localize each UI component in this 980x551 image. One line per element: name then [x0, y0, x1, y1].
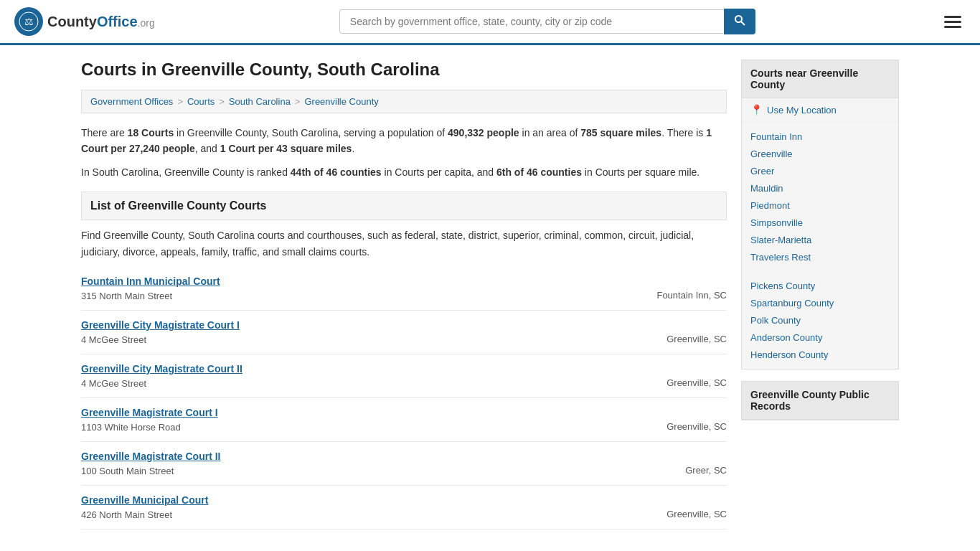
- breadcrumb-link-gov[interactable]: Government Offices: [90, 96, 173, 107]
- court-address: 315 North Main Street: [81, 291, 172, 301]
- sidebar-city-link[interactable]: Simpsonville: [750, 217, 803, 228]
- sidebar-city-link[interactable]: Greer: [750, 166, 774, 176]
- menu-line-3: [944, 26, 961, 28]
- content-area: Courts in Greenville County, South Carol…: [81, 60, 727, 529]
- sidebar-county-item: Spartanburg County: [742, 294, 898, 311]
- court-location: Greenville, SC: [652, 407, 727, 432]
- main-container: Courts in Greenville County, South Carol…: [67, 45, 913, 544]
- breadcrumb-sep-1: >: [177, 96, 183, 107]
- court-item-left: Greenville City Magistrate Court II 4 Mc…: [81, 363, 652, 389]
- sidebar-county-link[interactable]: Anderson County: [750, 332, 822, 343]
- court-location: Greenville, SC: [652, 363, 727, 388]
- sidebar-public-records-title: Greenville County Public Records: [742, 382, 898, 420]
- sidebar-courts-near-title: Courts near Greenville County: [742, 60, 898, 98]
- court-name-link[interactable]: Greenville City Magistrate Court I: [81, 319, 652, 331]
- court-address: 100 South Main Street: [81, 466, 174, 476]
- breadcrumb-link-courts[interactable]: Courts: [187, 96, 215, 107]
- sidebar-city-link[interactable]: Piedmont: [750, 200, 790, 211]
- svg-point-2: [735, 16, 742, 22]
- logo-icon: ⚖: [14, 7, 43, 36]
- court-name-link[interactable]: Greenville City Magistrate Court II: [81, 363, 652, 375]
- sidebar-public-records: Greenville County Public Records: [741, 381, 899, 420]
- breadcrumb: Government Offices > Courts > South Caro…: [81, 90, 727, 113]
- rank-capita: 44th of 46 counties: [291, 166, 382, 178]
- court-item: Fountain Inn Municipal Court 315 North M…: [81, 267, 727, 311]
- menu-button[interactable]: [940, 11, 966, 32]
- court-name-link[interactable]: Greenville Magistrate Court I: [81, 407, 652, 418]
- svg-line-3: [741, 22, 745, 25]
- description-line2: In South Carolina, Greenville County is …: [81, 164, 727, 180]
- breadcrumb-link-sc[interactable]: South Carolina: [229, 96, 291, 107]
- sidebar-cities-list: Fountain InnGreenvilleGreerMauldinPiedmo…: [742, 122, 898, 271]
- court-name-link[interactable]: Fountain Inn Municipal Court: [81, 276, 642, 287]
- sidebar-county-link[interactable]: Henderson County: [750, 349, 828, 360]
- menu-line-1: [944, 16, 961, 18]
- search-button[interactable]: [724, 9, 755, 34]
- description-line1: There are 18 Courts in Greenville County…: [81, 125, 727, 157]
- court-item-left: Greenville Municipal Court 426 North Mai…: [81, 494, 652, 520]
- courts-list: Fountain Inn Municipal Court 315 North M…: [81, 267, 727, 529]
- use-location-btn[interactable]: 📍 Use My Location: [742, 98, 898, 122]
- use-location-label[interactable]: Use My Location: [767, 105, 837, 116]
- court-item: Greenville Municipal Court 426 North Mai…: [81, 486, 727, 529]
- area: 785 square miles: [580, 127, 661, 138]
- logo-text: CountyOffice.org: [47, 14, 155, 30]
- court-address: 1103 White Horse Road: [81, 422, 181, 433]
- court-name-link[interactable]: Greenville Municipal Court: [81, 494, 652, 506]
- breadcrumb-sep-2: >: [219, 96, 225, 107]
- site-header: ⚖ CountyOffice.org: [0, 0, 980, 45]
- sidebar-county-item: Polk County: [742, 311, 898, 329]
- court-location: Fountain Inn, SC: [642, 276, 727, 301]
- search-icon: [734, 14, 745, 26]
- sidebar-city-item: Greenville: [742, 145, 898, 162]
- sidebar: Courts near Greenville County 📍 Use My L…: [741, 60, 899, 529]
- court-item: Greenville Magistrate Court I 1103 White…: [81, 398, 727, 442]
- location-pin-icon: 📍: [750, 104, 763, 116]
- sidebar-city-link[interactable]: Slater-Marietta: [750, 235, 811, 245]
- list-section-heading: List of Greenville County Courts: [81, 192, 727, 220]
- sidebar-city-item: Piedmont: [742, 197, 898, 214]
- sidebar-city-item: Simpsonville: [742, 214, 898, 231]
- sidebar-city-item: Fountain Inn: [742, 128, 898, 145]
- logo: ⚖ CountyOffice.org: [14, 7, 155, 36]
- sidebar-courts-near: Courts near Greenville County 📍 Use My L…: [741, 60, 899, 369]
- court-item-left: Greenville Magistrate Court II 100 South…: [81, 451, 671, 476]
- sidebar-city-link[interactable]: Mauldin: [750, 183, 783, 194]
- court-item-left: Greenville City Magistrate Court I 4 McG…: [81, 319, 652, 345]
- sidebar-county-item: Henderson County: [742, 346, 898, 363]
- court-location: Greenville, SC: [652, 319, 727, 344]
- court-item: Greenville City Magistrate Court I 4 McG…: [81, 311, 727, 354]
- sidebar-county-link[interactable]: Spartanburg County: [750, 298, 834, 309]
- sidebar-city-item: Mauldin: [742, 179, 898, 197]
- court-item: Greenville City Magistrate Court II 4 Mc…: [81, 354, 727, 398]
- sidebar-city-link[interactable]: Travelers Rest: [750, 252, 811, 263]
- sidebar-city-link[interactable]: Fountain Inn: [750, 131, 802, 142]
- court-address: 4 McGee Street: [81, 378, 146, 389]
- sidebar-city-item: Travelers Rest: [742, 248, 898, 265]
- menu-line-2: [944, 21, 961, 23]
- court-name-link[interactable]: Greenville Magistrate Court II: [81, 451, 671, 462]
- page-title: Courts in Greenville County, South Carol…: [81, 60, 727, 80]
- breadcrumb-link-county[interactable]: Greenville County: [304, 96, 378, 107]
- sidebar-county-link[interactable]: Polk County: [750, 315, 801, 326]
- sidebar-county-item: Anderson County: [742, 329, 898, 346]
- search-input[interactable]: [339, 9, 724, 34]
- court-item: Greenville Magistrate Court II 100 South…: [81, 442, 727, 486]
- per-area: 1 Court per 43 square miles: [220, 143, 352, 154]
- sidebar-city-link[interactable]: Greenville: [750, 149, 793, 159]
- svg-text:⚖: ⚖: [24, 16, 34, 27]
- search-area: [339, 9, 755, 34]
- sidebar-city-item: Greer: [742, 162, 898, 179]
- sidebar-counties-list: Pickens CountySpartanburg CountyPolk Cou…: [742, 271, 898, 369]
- sidebar-county-link[interactable]: Pickens County: [750, 281, 815, 291]
- sidebar-county-item: Pickens County: [742, 277, 898, 294]
- court-address: 4 McGee Street: [81, 334, 146, 345]
- breadcrumb-sep-3: >: [295, 96, 301, 107]
- court-location: Greenville, SC: [652, 494, 727, 519]
- sidebar-city-item: Slater-Marietta: [742, 231, 898, 248]
- courts-count: 18 Courts: [128, 127, 174, 138]
- court-location: Greer, SC: [671, 451, 727, 476]
- rank-area: 6th of 46 counties: [496, 166, 582, 178]
- list-description: Find Greenville County, South Carolina c…: [81, 227, 727, 260]
- population: 490,332 people: [448, 127, 519, 138]
